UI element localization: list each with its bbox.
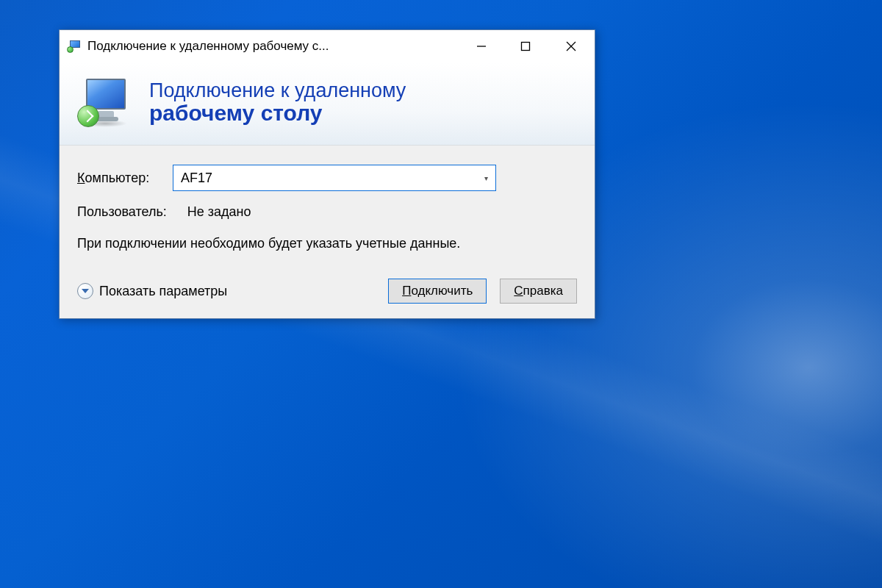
header-banner: Подключение к удаленному рабочему столу [60,62,595,146]
banner-title: Подключение к удаленному рабочему столу [149,79,406,126]
close-button[interactable] [548,30,595,62]
banner-line1: Подключение к удаленному [149,79,406,102]
user-value: Не задано [187,204,251,220]
connect-button[interactable]: Подключить [388,279,487,304]
user-row: Пользователь: Не задано [77,204,577,220]
chevron-down-icon[interactable]: ▾ [476,174,495,182]
user-label: Пользователь: [77,204,167,220]
window-title: Подключение к удаленному рабочему с... [87,39,459,54]
computer-combobox[interactable]: ▾ [173,165,496,191]
banner-line2: рабочему столу [149,101,406,126]
help-button[interactable]: Справка [500,279,577,304]
maximize-button[interactable] [503,30,548,62]
rdp-app-icon [67,40,83,53]
remote-desktop-icon [76,73,135,132]
computer-row: Компьютер: ▾ [77,165,577,191]
svg-rect-1 [522,43,530,51]
footer-row: Показать параметры Подключить Справка [77,279,577,304]
computer-input[interactable] [181,171,476,186]
window-controls [459,30,595,62]
credentials-info: При подключении необходимо будет указать… [77,234,489,252]
dialog-content: Компьютер: ▾ Пользователь: Не задано При… [60,146,595,318]
computer-label: Компьютер: [77,171,165,186]
show-options-link[interactable]: Показать параметры [99,284,375,299]
titlebar[interactable]: Подключение к удаленному рабочему с... [60,30,595,62]
minimize-button[interactable] [459,30,503,62]
expand-icon[interactable] [77,283,93,299]
rdp-dialog: Подключение к удаленному рабочему с... П… [59,29,595,319]
